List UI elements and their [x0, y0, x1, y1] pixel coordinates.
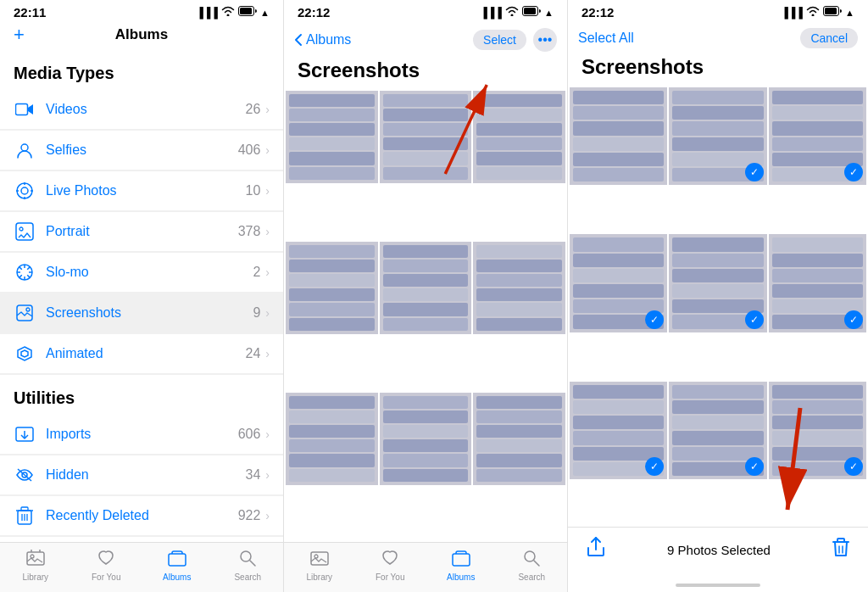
imports-chevron: › — [265, 427, 270, 441]
photo-cell-1[interactable] — [286, 91, 378, 183]
album-row-portrait[interactable]: Portrait 378 › — [0, 212, 283, 252]
battery-icon — [238, 6, 257, 19]
album-row-imports[interactable]: Imports 606 › — [0, 415, 283, 455]
check-badge-9: ✓ — [844, 457, 863, 476]
status-icons-panel2: ▐▐▐ ▲ — [481, 6, 554, 19]
album-row-selfies[interactable]: Selfies 406 › — [0, 131, 283, 170]
recently-deleted-count: 922 — [238, 508, 261, 523]
photo-cell-3[interactable] — [473, 91, 565, 183]
screenshots-icon — [14, 302, 36, 324]
album-row-hidden[interactable]: Hidden 34 › — [0, 455, 283, 495]
recently-deleted-label: Recently Deleted — [46, 508, 238, 523]
photo-cell-sel-7[interactable]: ✓ — [570, 382, 667, 479]
portrait-chevron: › — [265, 225, 270, 238]
svg-point-11 — [19, 227, 23, 231]
tab-albums-p2[interactable]: Albums — [436, 550, 487, 582]
photo-cell-sel-6[interactable]: ✓ — [769, 234, 866, 332]
tab-albums[interactable]: Albums — [152, 550, 203, 582]
live-photos-count: 10 — [246, 183, 261, 198]
photo-cell-6[interactable] — [473, 242, 565, 334]
svg-rect-21 — [17, 305, 32, 321]
location-icon-p2: ▲ — [544, 8, 554, 18]
selfies-chevron: › — [265, 143, 270, 157]
live-photos-chevron: › — [265, 184, 270, 198]
album-row-videos[interactable]: Videos 26 › — [0, 90, 283, 130]
albums-tab-label-p2: Albums — [447, 572, 475, 582]
svg-line-28 — [18, 469, 31, 481]
photo-cell-sel-4[interactable]: ✓ — [570, 234, 667, 332]
library-tab-icon-p2 — [310, 550, 329, 571]
svg-line-19 — [27, 267, 30, 270]
screenshots-title-panel3: Screenshots — [568, 52, 868, 87]
album-row-live-photos[interactable]: Live Photos 10 › — [0, 171, 283, 211]
bottom-area-panel3: 9 Photos Selected — [568, 527, 868, 580]
signal-icon-p2: ▐▐▐ — [481, 7, 503, 19]
photo-cell-7[interactable] — [286, 393, 378, 485]
screenshots-count: 9 — [253, 305, 260, 321]
album-row-animated[interactable]: Animated 24 › — [0, 334, 283, 374]
svg-rect-2 — [16, 104, 28, 115]
home-indicator — [568, 580, 868, 592]
select-button[interactable]: Select — [473, 30, 526, 50]
svg-line-50 — [534, 561, 539, 566]
videos-count: 26 — [246, 102, 261, 117]
photo-cell-sel-5[interactable]: ✓ — [669, 234, 766, 332]
status-bar-panel2: 22:12 ▐▐▐ ▲ — [284, 0, 567, 23]
selfies-icon — [14, 139, 36, 161]
live-photos-icon — [14, 180, 36, 202]
photo-cell-4[interactable] — [286, 242, 378, 334]
delete-button[interactable] — [831, 536, 851, 563]
album-row-slomo[interactable]: Slo-mo 2 › — [0, 253, 283, 293]
tab-search[interactable]: Search — [222, 550, 273, 582]
wifi-icon-p3 — [806, 6, 820, 19]
battery-icon-p3 — [823, 6, 842, 19]
selfies-label: Selfies — [46, 142, 238, 158]
imports-count: 606 — [238, 427, 261, 442]
nav-bar-panel1: + Albums — [0, 23, 283, 50]
albums-tab-icon — [168, 550, 186, 571]
search-tab-label: Search — [234, 572, 261, 582]
battery-icon-p2 — [522, 6, 541, 19]
album-row-recently-deleted[interactable]: Recently Deleted 922 › — [0, 496, 283, 536]
photo-cell-8[interactable] — [380, 393, 472, 485]
tab-for-you[interactable]: For You — [81, 550, 131, 582]
panel-screenshots-browse: 22:12 ▐▐▐ ▲ — [284, 0, 568, 592]
svg-rect-52 — [825, 8, 837, 14]
portrait-icon — [14, 221, 36, 243]
svg-rect-1 — [240, 8, 252, 14]
search-tab-icon — [239, 550, 256, 571]
select-all-button[interactable]: Select All — [578, 31, 634, 46]
tab-for-you-p2[interactable]: For You — [364, 550, 415, 582]
album-row-screenshots[interactable]: Screenshots 9 › — [0, 293, 283, 333]
signal-icon: ▐▐▐ — [197, 7, 219, 19]
svg-rect-35 — [27, 552, 44, 565]
tab-library[interactable]: Library — [10, 550, 61, 582]
svg-marker-23 — [18, 347, 31, 360]
add-album-button[interactable]: + — [14, 24, 25, 46]
more-options-button[interactable]: ••• — [533, 28, 557, 52]
share-button[interactable] — [585, 536, 607, 563]
svg-point-22 — [26, 308, 30, 311]
tab-search-p2[interactable]: Search — [506, 550, 557, 582]
tab-library-p2[interactable]: Library — [294, 550, 345, 582]
animated-count: 24 — [246, 346, 261, 361]
nav-bar-panel3: Select All Cancel — [568, 23, 868, 52]
svg-marker-24 — [21, 350, 28, 357]
photo-cell-2[interactable] — [380, 91, 472, 183]
photo-cell-sel-1[interactable] — [570, 87, 667, 185]
recently-deleted-chevron: › — [265, 509, 270, 522]
back-to-albums-button[interactable]: Albums — [294, 32, 351, 47]
red-arrow-panel3 — [707, 391, 843, 527]
svg-point-5 — [21, 187, 28, 194]
search-tab-label-p2: Search — [518, 572, 545, 582]
cancel-button[interactable]: Cancel — [800, 28, 858, 48]
slomo-count: 2 — [253, 265, 260, 280]
albums-scroll[interactable]: Media Types Videos 26 › Selfies — [0, 50, 283, 542]
photo-cell-sel-3[interactable]: ✓ — [769, 87, 866, 185]
photo-cell-9[interactable] — [473, 393, 565, 485]
portrait-count: 378 — [238, 224, 261, 239]
photo-cell-sel-2[interactable]: ✓ — [669, 87, 766, 185]
live-photos-label: Live Photos — [46, 183, 246, 198]
tab-bar-panel1: Library For You Albums — [0, 542, 283, 592]
photo-cell-5[interactable] — [380, 242, 472, 334]
